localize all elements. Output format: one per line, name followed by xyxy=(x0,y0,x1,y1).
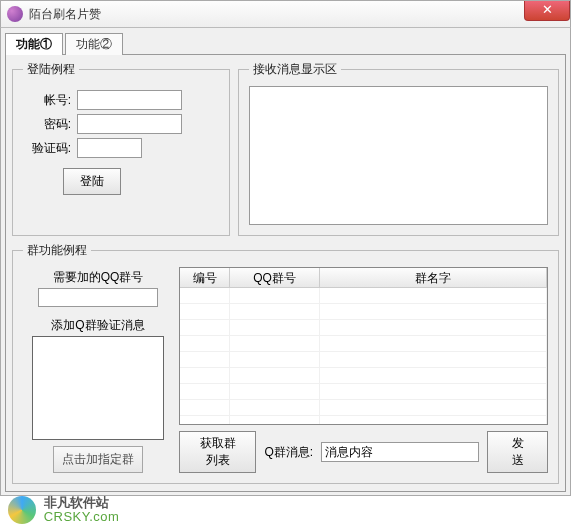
titlebar: 陌台刷名片赞 ✕ xyxy=(0,0,571,28)
login-groupbox: 登陆例程 帐号: 密码: 验证码: 登陆 xyxy=(12,61,230,236)
grid-body[interactable] xyxy=(180,288,547,425)
captcha-input[interactable] xyxy=(77,138,142,158)
watermark: 非凡软件站 CRSKY.com xyxy=(0,492,127,528)
group-grid[interactable]: 编号 QQ群号 群名字 xyxy=(179,267,548,425)
receive-textarea[interactable] xyxy=(249,86,548,225)
receive-groupbox: 接收消息显示区 xyxy=(238,61,559,236)
table-row[interactable] xyxy=(180,352,547,368)
captcha-label: 验证码: xyxy=(23,140,71,157)
group-msg-input[interactable] xyxy=(321,442,479,462)
need-group-input[interactable] xyxy=(38,288,158,307)
tab-function-1[interactable]: 功能① xyxy=(5,33,63,55)
watermark-icon xyxy=(8,496,36,524)
col-group-name[interactable]: 群名字 xyxy=(320,268,547,287)
receive-legend: 接收消息显示区 xyxy=(249,61,341,78)
table-row[interactable] xyxy=(180,416,547,425)
group-function-groupbox: 群功能例程 需要加的QQ群号 添加Q群验证消息 点击加指定群 编号 QQ群号 群… xyxy=(12,242,559,484)
tab-function-2[interactable]: 功能② xyxy=(65,33,123,55)
password-label: 密码: xyxy=(23,116,71,133)
window-title: 陌台刷名片赞 xyxy=(29,6,101,23)
send-button[interactable]: 发送 xyxy=(487,431,548,473)
need-group-label: 需要加的QQ群号 xyxy=(53,269,144,286)
add-specific-group-button[interactable]: 点击加指定群 xyxy=(53,446,143,473)
account-input[interactable] xyxy=(77,90,182,110)
close-button[interactable]: ✕ xyxy=(524,1,570,21)
group-legend: 群功能例程 xyxy=(23,242,91,259)
table-row[interactable] xyxy=(180,400,547,416)
password-input[interactable] xyxy=(77,114,182,134)
app-icon xyxy=(7,6,23,22)
account-label: 帐号: xyxy=(23,92,71,109)
table-row[interactable] xyxy=(180,304,547,320)
group-msg-label: Q群消息: xyxy=(264,444,313,461)
col-index[interactable]: 编号 xyxy=(180,268,230,287)
tab-strip: 功能① 功能② xyxy=(5,32,566,54)
login-button[interactable]: 登陆 xyxy=(63,168,121,195)
watermark-text-en: CRSKY.com xyxy=(44,509,120,524)
watermark-text-cn: 非凡软件站 xyxy=(44,495,109,510)
table-row[interactable] xyxy=(180,320,547,336)
verify-label: 添加Q群验证消息 xyxy=(51,317,144,334)
table-row[interactable] xyxy=(180,288,547,304)
get-group-list-button[interactable]: 获取群列表 xyxy=(179,431,256,473)
col-group-number[interactable]: QQ群号 xyxy=(230,268,320,287)
table-row[interactable] xyxy=(180,384,547,400)
login-legend: 登陆例程 xyxy=(23,61,79,78)
table-row[interactable] xyxy=(180,336,547,352)
grid-header: 编号 QQ群号 群名字 xyxy=(180,268,547,288)
verify-textarea[interactable] xyxy=(32,336,164,440)
client-area: 功能① 功能② 登陆例程 帐号: 密码: 验证码: 登陆 xyxy=(0,28,571,496)
table-row[interactable] xyxy=(180,368,547,384)
tab-panel: 登陆例程 帐号: 密码: 验证码: 登陆 接收消息显示区 xyxy=(5,54,566,492)
